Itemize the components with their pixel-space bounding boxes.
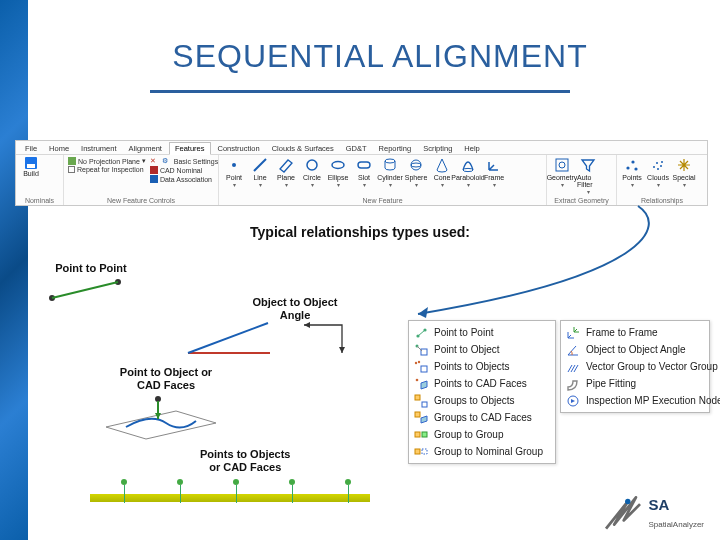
- repeat-checkbox[interactable]: Repeat for Inspection: [68, 166, 146, 173]
- relationship-special[interactable]: Special▾: [673, 157, 695, 188]
- tab-features[interactable]: Features: [169, 142, 211, 155]
- menu-icon: [414, 377, 428, 391]
- svg-line-1: [254, 159, 266, 171]
- cylinder-icon: [382, 157, 398, 173]
- special-icon: [676, 157, 692, 173]
- svg-rect-4: [358, 162, 370, 168]
- feature-cone[interactable]: Cone▾: [431, 157, 453, 188]
- save-icon: [25, 157, 37, 169]
- menu-item-groups-to-objects[interactable]: Groups to Objects: [409, 392, 555, 409]
- feature-cylinder[interactable]: Cylinder▾: [379, 157, 401, 188]
- svg-point-2: [307, 160, 317, 170]
- menu-icon: [414, 411, 428, 425]
- feature-sphere[interactable]: Sphere▾: [405, 157, 427, 188]
- feature-paraboloid[interactable]: Paraboloid▾: [457, 157, 479, 188]
- anno-obj-to-obj-angle: Object to Object Angle: [210, 296, 380, 365]
- menu-item-vector-group-to-vector-group[interactable]: Vector Group to Vector Group: [561, 358, 709, 375]
- relationship-clouds[interactable]: Clouds▾: [647, 157, 669, 188]
- tab-scripting[interactable]: Scripting: [418, 143, 457, 154]
- svg-rect-40: [422, 432, 427, 437]
- svg-point-10: [559, 162, 565, 168]
- feature-ellipse[interactable]: Ellipse▾: [327, 157, 349, 188]
- paraboloid-icon: [460, 157, 476, 173]
- feature-plane[interactable]: Plane▾: [275, 157, 297, 188]
- tab-gdt[interactable]: GD&T: [341, 143, 372, 154]
- tab-construction[interactable]: Construction: [213, 143, 265, 154]
- menu-icon: [414, 360, 428, 374]
- tab-file[interactable]: File: [20, 143, 42, 154]
- svg-rect-29: [421, 349, 427, 355]
- build-label: Build: [23, 170, 39, 177]
- build-button[interactable]: Build: [20, 157, 42, 177]
- anno-point-to-object: Point to Object or CAD Faces: [96, 366, 236, 449]
- svg-point-7: [411, 163, 421, 167]
- menu-item-pipe-fitting[interactable]: Pipe Fitting: [561, 375, 709, 392]
- frame-icon: [486, 157, 502, 173]
- sphere-icon: [408, 157, 424, 173]
- svg-rect-9: [556, 159, 568, 171]
- relationship-points[interactable]: Points▾: [621, 157, 643, 188]
- menu-item-object-to-object-angle[interactable]: Object to Object Angle: [561, 341, 709, 358]
- svg-point-8: [463, 168, 473, 171]
- sa-mark-icon: [600, 496, 642, 530]
- menu-icon: [566, 343, 580, 357]
- group-nominals-label: Nominals: [20, 197, 59, 204]
- feature-slot[interactable]: Slot▾: [353, 157, 375, 188]
- menu-icon: [414, 343, 428, 357]
- tab-home[interactable]: Home: [44, 143, 74, 154]
- feature-line[interactable]: Line▾: [249, 157, 271, 188]
- menu-item-group-to-group[interactable]: Group to Group: [409, 426, 555, 443]
- svg-line-21: [52, 282, 118, 298]
- svg-point-16: [660, 165, 662, 167]
- tab-reporting[interactable]: Reporting: [374, 143, 417, 154]
- cad-nominal-button[interactable]: CAD Nominal: [150, 166, 218, 174]
- menu-icon: [566, 360, 580, 374]
- menu-icon: [414, 428, 428, 442]
- svg-point-18: [661, 161, 663, 163]
- svg-rect-37: [422, 402, 427, 407]
- svg-point-44: [625, 499, 630, 504]
- tab-alignment[interactable]: Alignment: [124, 143, 167, 154]
- menu-item-group-to-nominal-group[interactable]: Group to Nominal Group: [409, 443, 555, 460]
- diagram-bar: [90, 494, 370, 502]
- svg-point-5: [385, 159, 395, 163]
- svg-point-35: [416, 378, 419, 381]
- menu-item-point-to-object[interactable]: Point to Object: [409, 341, 555, 358]
- svg-rect-42: [422, 449, 427, 454]
- svg-rect-38: [415, 412, 420, 417]
- menu-icon: [414, 445, 428, 459]
- feature-circle[interactable]: Circle▾: [301, 157, 323, 188]
- menu-item-points-to-objects[interactable]: Points to Objects: [409, 358, 555, 375]
- feature-frame[interactable]: Frame▾: [483, 157, 505, 188]
- circle-icon: [304, 157, 320, 173]
- tab-instrument[interactable]: Instrument: [76, 143, 121, 154]
- menu-item-inspection-mp-execution-node[interactable]: Inspection MP Execution Node: [561, 392, 709, 409]
- group-nfc-label: New Feature Controls: [68, 197, 214, 204]
- x-icon: [150, 157, 156, 165]
- menu-item-point-to-point[interactable]: Point to Point: [409, 324, 555, 341]
- tab-help[interactable]: Help: [459, 143, 484, 154]
- menu-icon: [566, 394, 580, 408]
- svg-point-6: [411, 160, 421, 170]
- menu-item-groups-to-cad-faces[interactable]: Groups to CAD Faces: [409, 409, 555, 426]
- feature-point[interactable]: Point▾: [223, 157, 245, 188]
- svg-point-14: [653, 166, 655, 168]
- menu-item-points-to-cad-faces[interactable]: Points to CAD Faces: [409, 375, 555, 392]
- extract-geometry[interactable]: Geometry▾: [551, 157, 573, 188]
- proj-plane-dropdown[interactable]: No Projection Plane ▾: [68, 157, 146, 165]
- anno-points-to-objects: Points to Objects or CAD Faces: [200, 448, 290, 473]
- left-accent-bar: [0, 0, 28, 540]
- points-icon: [624, 157, 640, 173]
- auto-filter-icon: [580, 157, 596, 173]
- tab-clouds-surfaces[interactable]: Clouds & Surfaces: [267, 143, 339, 154]
- geometry-icon: [554, 157, 570, 173]
- basic-settings-button[interactable]: ⚙ Basic Settings: [150, 157, 218, 165]
- extract-auto-filter[interactable]: Auto Filter▾: [577, 157, 599, 195]
- menu-icon: [566, 377, 580, 391]
- menu-item-frame-to-frame[interactable]: Frame to Frame: [561, 324, 709, 341]
- svg-line-28: [418, 330, 425, 336]
- point-icon: [226, 157, 242, 173]
- svg-point-0: [232, 163, 236, 167]
- data-assoc-button[interactable]: Data Association: [150, 175, 218, 183]
- svg-point-11: [626, 166, 629, 169]
